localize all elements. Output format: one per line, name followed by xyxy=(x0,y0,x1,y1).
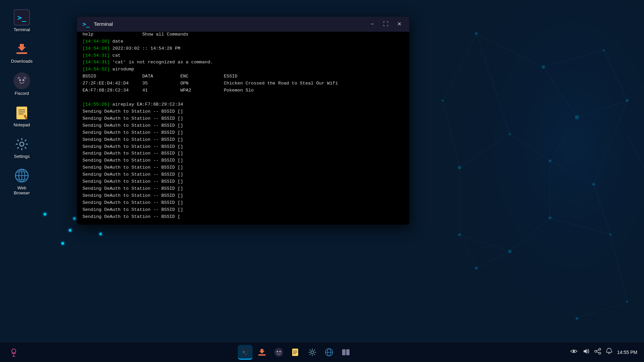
svg-point-39 xyxy=(626,301,628,303)
taskbar-app-panels[interactable] xyxy=(338,345,353,360)
svg-point-31 xyxy=(549,160,551,162)
decorative-dot xyxy=(69,229,71,232)
svg-text:>_: >_ xyxy=(243,350,248,354)
maximize-button[interactable]: ⛶ xyxy=(381,19,390,29)
svg-line-7 xyxy=(510,134,550,161)
decorative-dot xyxy=(44,213,46,216)
svg-point-53 xyxy=(20,142,24,146)
terminal-line: Sending DeAuth to Station -- BSSID [] xyxy=(83,143,404,150)
svg-rect-63 xyxy=(258,354,266,356)
notepad-icon-label: Notepad xyxy=(13,122,30,127)
svg-point-36 xyxy=(549,217,551,219)
svg-line-21 xyxy=(443,34,476,101)
terminal-line: [14:54:28] 2022:03:02 :: 14:54:28 PM xyxy=(83,45,404,52)
terminal-line: Sending DeAuth to Station -- BSSID [] xyxy=(83,136,404,143)
terminal-line: 27:2F:EE:D4:42:D4 35 OPN Chicken Crossed… xyxy=(83,80,404,87)
fiscord-icon xyxy=(13,72,30,89)
sidebar-item-notepad[interactable]: Notepad xyxy=(7,102,37,130)
svg-rect-43 xyxy=(16,52,27,54)
taskbar-app-settings[interactable] xyxy=(305,345,320,360)
decorative-dot xyxy=(73,217,76,220)
sidebar-item-settings[interactable]: Settings xyxy=(7,133,37,162)
svg-line-24 xyxy=(476,251,510,268)
taskbar-share-icon[interactable] xyxy=(594,348,601,356)
terminal-icon-label: Terminal xyxy=(13,27,30,32)
taskbar-volume-icon[interactable] xyxy=(582,348,590,356)
svg-line-10 xyxy=(550,161,594,184)
taskbar-eye-icon[interactable] xyxy=(570,349,578,356)
svg-point-26 xyxy=(475,32,478,35)
webbrowser-icon-label: Web Browser xyxy=(9,185,34,195)
terminal-title-text: Terminal xyxy=(94,21,364,27)
svg-point-58 xyxy=(12,349,16,353)
svg-point-35 xyxy=(609,234,611,236)
taskbar-center: >_ xyxy=(21,345,570,360)
terminal-line: Sending DeAuth to Station -- BSSID [] xyxy=(83,115,404,122)
taskbar-left xyxy=(7,345,21,359)
terminal-line: help Show all Commands xyxy=(83,32,404,38)
taskbar-bell-icon[interactable] xyxy=(606,348,612,357)
svg-point-32 xyxy=(509,133,511,135)
sidebar-item-webbrowser[interactable]: Web Browser xyxy=(7,165,37,198)
close-button[interactable]: ✕ xyxy=(394,19,404,29)
svg-point-28 xyxy=(603,49,605,51)
svg-point-82 xyxy=(599,352,601,354)
settings-icon xyxy=(14,136,30,152)
svg-marker-64 xyxy=(259,349,265,354)
svg-point-46 xyxy=(19,79,21,81)
terminal-title-icon: >_ xyxy=(83,20,90,27)
svg-marker-79 xyxy=(584,349,587,354)
svg-point-66 xyxy=(277,351,278,352)
svg-rect-76 xyxy=(342,349,345,355)
svg-point-78 xyxy=(573,350,575,352)
terminal-line: Sending DeAuth to Station -- BSSID [] xyxy=(83,150,404,157)
terminal-window: >_ Terminal − ⛶ ✕ clear Clear terminal s… xyxy=(77,17,409,225)
settings-icon-label: Settings xyxy=(14,154,30,159)
svg-line-84 xyxy=(597,352,599,353)
svg-point-81 xyxy=(595,350,597,352)
svg-line-1 xyxy=(476,34,543,67)
terminal-line: [14:54:52] airodump xyxy=(83,66,404,73)
svg-point-42 xyxy=(475,267,478,269)
terminal-line: Sending DeAuth to Station -- BSSID [] xyxy=(83,178,404,185)
terminal-line: [14:54:31] cat xyxy=(83,52,404,59)
decorative-dot xyxy=(61,242,64,245)
taskbar-app-downloads[interactable] xyxy=(255,345,269,360)
svg-point-47 xyxy=(22,79,24,81)
sidebar-item-fiscord[interactable]: Fiscord xyxy=(7,70,37,99)
terminal-line: Sending DeAuth to Station -- BSSID [] xyxy=(83,129,404,136)
fiscord-icon-label: Fiscord xyxy=(15,91,29,96)
svg-line-22 xyxy=(443,101,460,168)
svg-rect-0 xyxy=(409,0,644,362)
svg-point-80 xyxy=(599,348,601,350)
background-network xyxy=(409,0,644,362)
svg-point-38 xyxy=(458,233,461,236)
minimize-button[interactable]: − xyxy=(368,19,377,29)
terminal-line: [14:54:31] 'cat' is not recognized as a … xyxy=(83,59,404,66)
terminal-line: Sending DeAuth to Station -- BSSID [] xyxy=(83,108,404,115)
terminal-line: Sending DeAuth to Station -- BSSID [] xyxy=(83,185,404,192)
taskbar-app-notepad[interactable] xyxy=(288,345,303,360)
svg-point-27 xyxy=(542,65,545,69)
sidebar-item-downloads[interactable]: Downloads xyxy=(7,38,37,66)
taskbar-time: 14:55 PM xyxy=(617,350,637,355)
svg-line-18 xyxy=(610,235,627,302)
svg-rect-77 xyxy=(346,349,350,355)
taskbar-podcast-icon[interactable] xyxy=(7,345,21,359)
taskbar-app-terminal[interactable]: >_ xyxy=(238,345,253,360)
svg-point-33 xyxy=(458,166,461,169)
svg-marker-44 xyxy=(18,44,26,51)
taskbar-app-webbrowser[interactable] xyxy=(322,345,336,360)
svg-line-19 xyxy=(577,302,627,318)
terminal-output[interactable]: clear Clear terminal screencd Change Dir… xyxy=(77,32,409,225)
svg-point-37 xyxy=(508,250,512,253)
terminal-line: Sending DeAuth to Station -- BSSID [] xyxy=(83,157,404,164)
svg-line-5 xyxy=(577,101,627,117)
webbrowser-icon xyxy=(14,168,30,184)
svg-point-41 xyxy=(442,100,444,102)
taskbar-app-fiscord[interactable] xyxy=(271,345,286,360)
svg-line-11 xyxy=(594,101,627,184)
sidebar-item-terminal[interactable]: >_ Terminal xyxy=(7,7,37,35)
terminal-line: Sending DeAuth to Station -- BSSID [] xyxy=(83,192,404,199)
svg-point-45 xyxy=(16,75,28,86)
